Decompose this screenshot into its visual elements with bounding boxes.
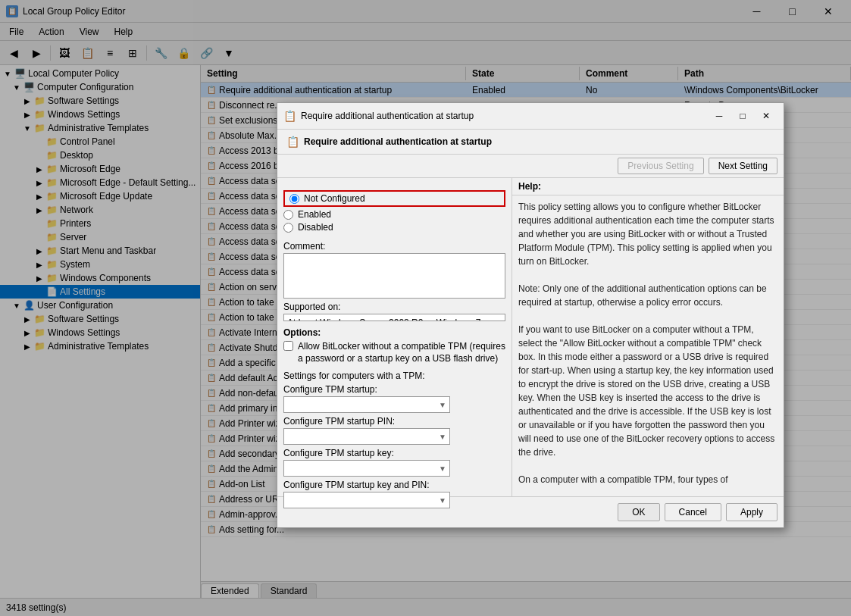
prev-setting-button[interactable]: Previous Setting [618,158,703,174]
supported-value: At least Windows Server 2008 R2 or Windo… [283,314,505,321]
modal-setting-name-text: Require additional authentication at sta… [304,136,492,147]
modal-close-button[interactable]: ✕ [755,108,777,124]
modal-nav: Previous Setting Next Setting [277,155,784,178]
tpm-dropdown-3[interactable]: ▼ [283,492,450,508]
options-content: Allow BitLocker without a compatible TPM… [283,341,505,511]
tpm-field-label-0: Configure TPM startup: [283,384,505,395]
modal-main: Not Configured Enabled Disabled Comment: [277,178,784,496]
enabled-radio[interactable] [283,210,293,220]
tpm-checkbox[interactable] [283,341,293,351]
supported-label: Supported on: [283,302,505,312]
disabled-option[interactable]: Disabled [283,222,505,233]
tpm-dropdown-1[interactable]: ▼ [283,428,450,445]
radio-group: Not Configured Enabled Disabled [283,190,505,235]
comment-textarea[interactable] [283,253,505,299]
disabled-label: Disabled [298,222,333,233]
modal-overlay: 📋 Require additional authentication at s… [0,0,851,616]
tpm-field-label-2: Configure TPM startup key: [283,448,505,458]
apply-button[interactable]: Apply [726,503,777,521]
tpm-dropdown-arrow-2: ▼ [439,464,446,473]
help-text: This policy setting allows you to config… [518,200,777,486]
tpm-section-label: Settings for computers with a TPM: [283,371,505,381]
modal-setting-name-icon: 📋 [286,136,299,148]
tpm-checkbox-label: Allow BitLocker without a compatible TPM… [298,341,505,364]
modal-left-panel: Not Configured Enabled Disabled Comment: [277,178,512,496]
modal-setting-name: 📋 Require additional authentication at s… [277,130,784,155]
tpm-field-label-1: Configure TPM startup PIN: [283,416,505,427]
tpm-checkbox-row[interactable]: Allow BitLocker without a compatible TPM… [283,341,505,364]
tpm-dropdown-arrow-0: ▼ [439,401,446,409]
tpm-field-label-3: Configure TPM startup key and PIN: [283,480,505,490]
disabled-radio[interactable] [283,223,293,233]
tpm-dropdown-arrow-1: ▼ [439,433,446,441]
options-section: Options: Allow BitLocker without a compa… [283,327,505,511]
modal-maximize-button[interactable]: □ [731,108,754,124]
modal-right-panel: Help: This policy setting allows you to … [512,178,784,496]
comment-label: Comment: [283,241,505,252]
not-configured-label: Not Configured [304,193,365,204]
modal-title-text: Require additional authentication at sta… [301,111,474,121]
modal-window: 📋 Require additional authentication at s… [277,102,784,528]
modal-title-icon: 📋 [283,110,296,122]
help-text-area: This policy setting allows you to config… [512,195,784,496]
not-configured-radio[interactable] [289,194,299,204]
modal-title-bar: 📋 Require additional authentication at s… [277,103,784,130]
modal-minimize-button[interactable]: ─ [708,108,731,124]
enabled-option[interactable]: Enabled [283,209,505,220]
modal-controls: ─ □ ✕ [708,108,777,124]
options-label: Options: [283,327,505,338]
tpm-dropdown-arrow-3: ▼ [439,496,446,505]
tpm-dropdown-2[interactable]: ▼ [283,460,450,477]
cancel-button[interactable]: Cancel [665,503,721,521]
next-setting-button[interactable]: Next Setting [709,158,777,174]
help-label: Help: [512,178,784,195]
ok-button[interactable]: OK [618,503,659,521]
enabled-label: Enabled [298,209,331,220]
not-configured-option[interactable]: Not Configured [283,190,505,207]
tpm-dropdown-0[interactable]: ▼ [283,396,450,413]
